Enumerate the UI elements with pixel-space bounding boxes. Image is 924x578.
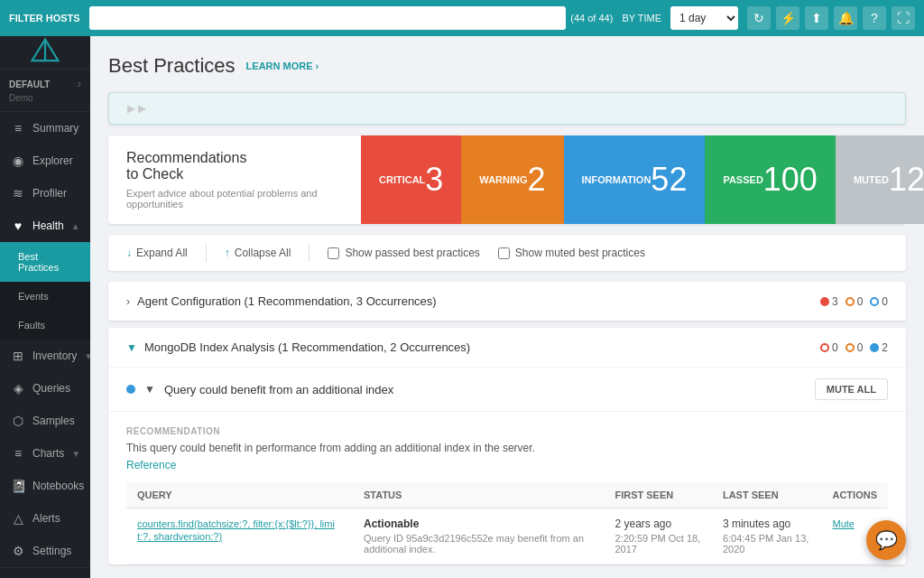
- muted-label: MUTED: [854, 174, 889, 185]
- recommendation-body: RECOMMENDATION This query could benefit …: [108, 411, 906, 564]
- status-sub: Query ID 95a9c3d2196c552e may benefit fr…: [364, 533, 593, 555]
- filter-hosts-input[interactable]: [89, 6, 567, 30]
- sidebar-item-label: Notebooks: [32, 480, 84, 492]
- sidebar-item-best-practices[interactable]: Best Practices: [0, 242, 90, 282]
- col-actions: Actions: [821, 482, 888, 508]
- workspace[interactable]: DEFAULT › Demo: [0, 70, 90, 112]
- sidebar-item-charts[interactable]: ≡ Charts ▼: [0, 437, 90, 470]
- mute-all-button[interactable]: MUTE ALL: [815, 378, 888, 400]
- show-passed-checkbox[interactable]: [328, 247, 339, 259]
- sidebar-item-summary[interactable]: ≡ Summary: [0, 112, 90, 144]
- warning-badge[interactable]: WARNING 2: [461, 135, 563, 224]
- refresh-icon[interactable]: ↻: [747, 6, 771, 30]
- empty-red-dot: [820, 343, 829, 352]
- host-count: (44 of 44): [570, 13, 613, 23]
- fullscreen-icon[interactable]: ⛶: [892, 6, 915, 30]
- rec-badges: CRITICAL 3 WARNING 2 INFORMATION 52 PASS…: [361, 135, 924, 224]
- sidebar-item-label: Settings: [32, 545, 79, 557]
- share-icon[interactable]: ⬆: [805, 6, 828, 30]
- status-cell: Actionable Query ID 95a9c3d2196c552e may…: [353, 508, 604, 564]
- passed-badge[interactable]: PASSED 100: [705, 135, 836, 224]
- faults-label: Faults: [18, 320, 79, 331]
- additional-index-header: ▼ Query could benefit from an additional…: [108, 368, 906, 411]
- reference-link[interactable]: Reference: [126, 459, 176, 471]
- critical-badge[interactable]: CRITICAL 3: [361, 135, 461, 224]
- sidebar-item-inventory[interactable]: ⊞ Inventory ▼: [0, 340, 90, 372]
- bell-icon[interactable]: 🔔: [834, 6, 857, 30]
- recommendations-card: Recommendations to Check Expert advice a…: [108, 135, 906, 224]
- sidebar-item-label: Queries: [32, 382, 79, 395]
- sidebar-item-samples[interactable]: ⬡ Samples: [0, 405, 90, 437]
- mongo-red-count: 0: [832, 341, 838, 354]
- sidebar-item-notebooks[interactable]: 📓 Notebooks: [0, 470, 90, 502]
- chat-bubble[interactable]: 💬: [866, 520, 906, 560]
- inventory-chevron: ▼: [84, 351, 90, 361]
- mute-action-link[interactable]: Mute: [832, 518, 854, 529]
- mongodb-badges: 0 0 2: [820, 341, 888, 354]
- sidebar-item-label: Alerts: [32, 512, 79, 525]
- information-count: 52: [651, 161, 687, 199]
- agent-badge-orange: 0: [845, 295, 864, 308]
- mongodb-index-header[interactable]: ▼ MongoDB Index Analysis (1 Recommendati…: [108, 328, 906, 367]
- col-last-seen: Last Seen: [712, 482, 822, 508]
- rec-body-text: This query could benefit in performance …: [126, 442, 888, 454]
- sidebar-item-explorer[interactable]: ◉ Explorer: [0, 144, 90, 177]
- events-label: Events: [18, 291, 79, 302]
- mongodb-index-section: ▼ MongoDB Index Analysis (1 Recommendati…: [108, 328, 906, 564]
- inventory-icon: ⊞: [11, 349, 25, 363]
- sidebar-item-queries[interactable]: ◈ Queries: [0, 372, 90, 405]
- notebooks-icon: 📓: [11, 479, 25, 493]
- critical-count: 3: [425, 161, 443, 199]
- sidebar-item-alerts[interactable]: △ Alerts: [0, 502, 90, 535]
- charts-icon: ≡: [11, 446, 25, 461]
- workspace-chevron: ›: [78, 77, 81, 90]
- learn-more-link[interactable]: LEARN MORE: [246, 61, 319, 71]
- table-row: counters.find(batchsize:?, filter:{x:{$l…: [126, 508, 888, 564]
- sidebar-item-profiler[interactable]: ≋ Profiler: [0, 177, 90, 210]
- toolbar-row: ↓ Expand All ↑ Collapse All Show passed …: [108, 235, 906, 271]
- collapse-all-label: Collapse All: [235, 247, 291, 259]
- expand-all-label: Expand All: [136, 247, 188, 259]
- chat-icon: 💬: [875, 529, 898, 551]
- help-icon[interactable]: ?: [863, 6, 886, 30]
- queries-icon: ◈: [11, 381, 25, 396]
- col-first-seen: First Seen: [604, 482, 711, 508]
- toolbar-separator: [206, 244, 207, 262]
- mongo-badge-red: 0: [820, 341, 838, 354]
- show-muted-checkbox[interactable]: [498, 247, 510, 259]
- settings-icon: ⚙: [11, 544, 25, 558]
- information-label: INFORMATION: [582, 174, 651, 185]
- blue-dot2: [870, 343, 879, 352]
- orange-count: 0: [857, 295, 864, 308]
- muted-badge[interactable]: MUTED 12: [836, 135, 924, 224]
- collapse-all-button[interactable]: ↑ Collapse All: [225, 247, 291, 259]
- rec-title: Recommendations to Check: [126, 150, 343, 182]
- query-link[interactable]: counters.find(batchsize:?, filter:{x:{$l…: [137, 518, 335, 542]
- sidebar-item-faults[interactable]: Faults: [0, 311, 90, 340]
- information-badge[interactable]: INFORMATION 52: [564, 135, 706, 224]
- sidebar-item-settings[interactable]: ⚙ Settings: [0, 535, 90, 567]
- show-passed-label[interactable]: Show passed best practices: [328, 247, 479, 259]
- by-time-label: BY TIME: [622, 13, 661, 23]
- agent-config-header[interactable]: › Agent Configuration (1 Recommendation,…: [108, 282, 906, 321]
- activity-icon[interactable]: ⚡: [776, 6, 799, 30]
- expand-all-button[interactable]: ↓ Expand All: [126, 247, 188, 259]
- query-cell: counters.find(batchsize:?, filter:{x:{$l…: [126, 508, 353, 564]
- time-select[interactable]: 1 hour6 hours1 day3 days7 days30 days: [670, 6, 738, 30]
- show-muted-label[interactable]: Show muted best practices: [498, 247, 645, 259]
- passed-count: 100: [763, 161, 818, 199]
- sidebar-item-events[interactable]: Events: [0, 282, 90, 311]
- toolbar-separator2: [309, 244, 310, 262]
- sidebar-item-label: Profiler: [32, 187, 79, 200]
- sidebar-item-health[interactable]: ♥ Health ▲: [0, 210, 90, 242]
- table-header-row: Query Status First Seen Last Seen Action…: [126, 482, 888, 508]
- sign-out-button[interactable]: ⇦ SIGN OUT: [0, 568, 90, 578]
- agent-badge-blue: 0: [870, 295, 888, 308]
- warning-count: 2: [528, 161, 546, 199]
- sidebar-item-label: Summary: [32, 122, 79, 135]
- rec-body-label: RECOMMENDATION: [126, 426, 888, 436]
- rec-desc: Expert advice about potential problems a…: [126, 188, 343, 210]
- expand-arrow-icon: ↓: [126, 247, 132, 259]
- col-query: Query: [126, 482, 353, 508]
- sub-chevron[interactable]: ▼: [144, 383, 155, 396]
